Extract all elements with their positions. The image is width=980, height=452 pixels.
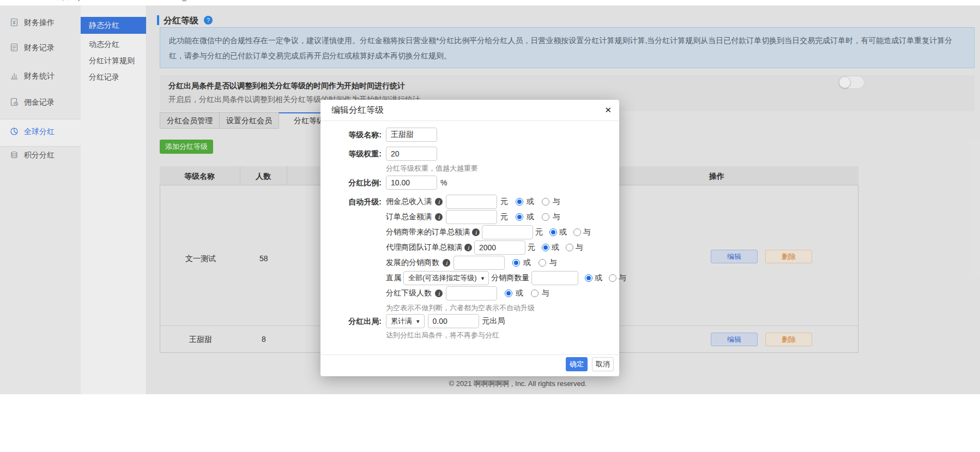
radio-or-label: 或 (516, 288, 523, 298)
info-icon[interactable] (435, 213, 443, 221)
radio-and-label: 与 (619, 273, 626, 283)
level-name-label: 等级名称: (320, 128, 382, 142)
radio-and[interactable] (609, 274, 616, 282)
modal-title: 编辑分红等级 (320, 100, 619, 121)
radio-and[interactable] (542, 198, 549, 206)
level-weight-hint: 分红等级权重，值越大越重要 (386, 164, 478, 173)
unit-yuan: 元 (528, 243, 535, 252)
back-icon[interactable]: ‹ (8, 0, 11, 3)
bonus-out-row: 累计满 元出局 (386, 314, 505, 328)
info-icon[interactable] (443, 259, 450, 267)
radio-and[interactable] (566, 244, 573, 251)
ratio-unit: % (440, 178, 447, 187)
ratio-input[interactable] (386, 176, 437, 190)
info-icon[interactable] (472, 228, 480, 236)
radio-and[interactable] (542, 213, 549, 221)
row-label: 分红下级人数 (386, 288, 432, 298)
ok-button[interactable]: 确定 (566, 357, 588, 371)
radio-or-checked[interactable] (585, 274, 592, 282)
unit-yuan: 元 (500, 197, 508, 207)
radio-or-label: 或 (527, 197, 534, 207)
radio-or-checked[interactable] (505, 290, 512, 297)
upgrade-row-distributor-orders: 分销商带来的订单总额满 元 或 与 (386, 225, 591, 239)
select-value: 全部(可选择指定等级) (408, 273, 477, 283)
level-weight-label: 等级权重: (320, 147, 382, 161)
upgrade-row-bonus-subordinates: 分红下级人数 或 与 (386, 286, 549, 300)
info-icon[interactable] (464, 244, 472, 251)
upgrade-hint: 为空表示不做判断，六者都为空表示不自动升级 (386, 303, 535, 313)
modal-footer-divider (320, 354, 619, 355)
auto-upgrade-label: 自动升级: (320, 195, 382, 209)
level-name-input[interactable] (386, 128, 437, 142)
distributor-order-total-input[interactable] (482, 225, 533, 239)
direct-level-select[interactable]: 全部(可选择指定等级) (403, 271, 489, 285)
radio-or-checked[interactable] (512, 259, 520, 267)
row-label: 直属 (386, 273, 401, 283)
radio-and-label: 与 (542, 288, 549, 298)
upgrade-row-commission: 佣金总收入满 元 或 与 (386, 195, 560, 209)
radio-or-label: 或 (559, 227, 567, 237)
radio-or-label: 或 (552, 243, 559, 252)
bonus-out-amount-input[interactable] (428, 314, 479, 328)
unit-yuan: 元 (535, 227, 543, 237)
edit-bonus-level-modal: 编辑分红等级 ✕ 等级名称: 等级权重: 分红等级权重，值越大越重要 分红比例:… (320, 100, 619, 376)
cancel-button[interactable]: 取消 (592, 357, 614, 371)
row-label: 佣金总收入满 (386, 197, 432, 207)
developed-distributors-input[interactable] (453, 256, 505, 270)
bonus-out-label: 分红出局: (320, 314, 382, 328)
close-icon[interactable]: ✕ (604, 100, 612, 120)
order-total-input[interactable] (446, 210, 497, 224)
radio-and[interactable] (531, 290, 539, 297)
forward-icon[interactable]: › (22, 0, 25, 3)
row-label: 代理商团队订单总额满 (386, 243, 462, 252)
app-window: 财务操作 财务记录 财务统计 佣金记录 全球分红 积分分红 静态分红 动态分红 … (0, 5, 980, 394)
address-bar[interactable]: 不安全 | wxiwxrenxiaol.com/User/bonus_rank (55, 0, 201, 2)
distributor-count-input[interactable] (531, 271, 578, 285)
row-label: 发展的分销商数 (386, 258, 439, 268)
radio-and[interactable] (539, 259, 546, 267)
chevron-down-icon (481, 275, 485, 282)
upgrade-row-developed-distributors: 发展的分销商数 或 与 (386, 256, 557, 270)
radio-and[interactable] (573, 228, 581, 236)
commission-total-input[interactable] (446, 195, 497, 209)
radio-and-label: 与 (576, 243, 583, 252)
bonus-out-unit: 元出局 (482, 316, 505, 326)
row-label: 订单总金额满 (386, 212, 432, 222)
radio-and-label: 与 (549, 258, 557, 268)
chevron-down-icon (416, 318, 420, 325)
radio-and-label: 与 (553, 197, 560, 207)
bonus-subordinates-input[interactable] (446, 286, 497, 300)
radio-or-checked[interactable] (516, 198, 523, 206)
radio-or-checked[interactable] (542, 244, 549, 251)
radio-or-checked[interactable] (549, 228, 557, 236)
ratio-label: 分红比例: (320, 176, 382, 190)
bonus-out-mode-select[interactable]: 累计满 (386, 314, 425, 328)
info-icon[interactable] (435, 198, 443, 206)
radio-and-label: 与 (553, 212, 560, 222)
bonus-out-hint: 达到分红出局条件，将不再参与分红 (386, 330, 499, 340)
upgrade-row-agent-team-orders: 代理商团队订单总额满 元 或 与 (386, 240, 583, 255)
unit-yuan: 元 (500, 212, 508, 222)
radio-and-label: 与 (583, 227, 591, 237)
upgrade-row-order-amount: 订单总金额满 元 或 与 (386, 210, 560, 224)
info-icon[interactable] (435, 290, 443, 297)
level-weight-input[interactable] (386, 147, 437, 161)
distributor-count-label: 分销商数量 (491, 273, 529, 283)
radio-or-checked[interactable] (516, 213, 523, 221)
agent-team-order-total-input[interactable] (474, 240, 525, 255)
select-value: 累计满 (391, 316, 412, 326)
upgrade-row-direct-distributors: 直属 全部(可选择指定等级) 分销商数量 或 与 (386, 271, 626, 285)
radio-or-label: 或 (595, 273, 602, 283)
row-label: 分销商带来的订单总额满 (386, 227, 470, 237)
radio-or-label: 或 (527, 212, 534, 222)
refresh-icon[interactable]: ⟳ (35, 0, 43, 3)
radio-or-label: 或 (523, 258, 531, 268)
